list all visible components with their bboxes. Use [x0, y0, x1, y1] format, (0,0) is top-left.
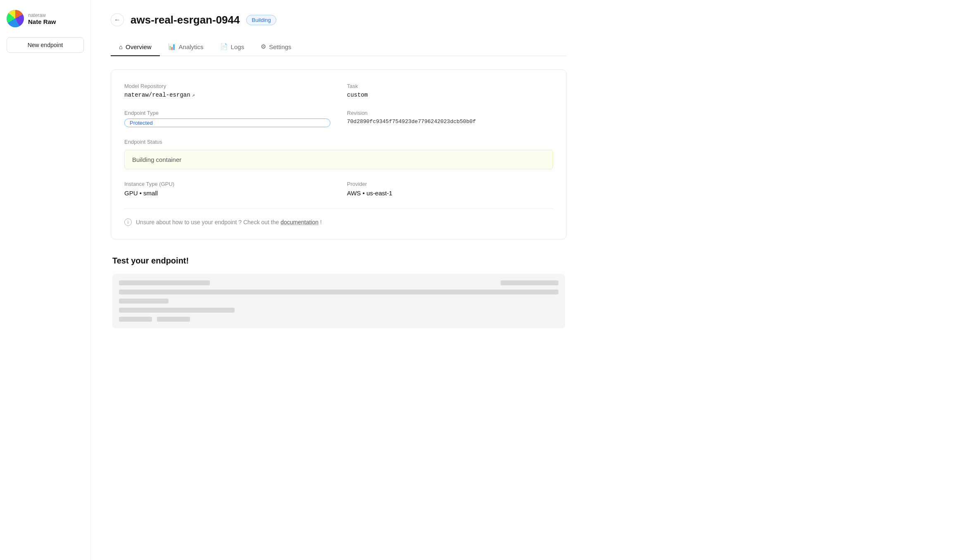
tab-analytics[interactable]: 📊 Analytics	[160, 38, 212, 56]
model-repository-item: Model Repository nateraw/real-esrgan ↗	[124, 83, 330, 98]
skeleton-4	[119, 299, 169, 304]
provider-value: AWS • us-east-1	[347, 190, 553, 197]
info-icon: i	[124, 218, 132, 226]
skeleton-3	[119, 289, 558, 294]
skeleton-btn-2	[157, 317, 190, 322]
settings-icon: ⚙	[261, 43, 266, 50]
page-title: aws-real-esrgan-0944	[131, 14, 240, 26]
tab-analytics-label: Analytics	[179, 43, 204, 50]
test-title: Test your endpoint!	[112, 256, 565, 266]
info-footer: i Unsure about how to use your endpoint …	[124, 208, 553, 226]
endpoint-status-value: Building container	[132, 156, 181, 163]
overview-icon: ⌂	[119, 43, 123, 50]
endpoint-status-item: Endpoint Status Building container	[124, 139, 553, 169]
skeleton-2	[501, 280, 558, 285]
skeleton-top-row	[119, 280, 558, 285]
task-item: Task custom	[347, 83, 553, 98]
back-button[interactable]: ←	[111, 13, 124, 26]
status-badge: Building	[246, 15, 276, 25]
documentation-link[interactable]: documentation	[280, 219, 318, 225]
back-icon: ←	[114, 16, 121, 24]
endpoint-status-box: Building container	[124, 150, 553, 169]
page-header: ← aws-real-esrgan-0944 Building	[111, 13, 567, 26]
username-large: Nate Raw	[28, 18, 56, 25]
task-label: Task	[347, 83, 553, 89]
test-input-area	[112, 274, 565, 328]
model-repository-value: nateraw/real-esrgan ↗	[124, 92, 330, 98]
tab-overview[interactable]: ⌂ Overview	[111, 38, 160, 56]
logs-icon: 📄	[220, 43, 228, 50]
revision-label: Revision	[347, 110, 553, 116]
external-link-icon[interactable]: ↗	[192, 92, 195, 98]
model-repository-label: Model Repository	[124, 83, 330, 89]
username-small: nateraw	[28, 12, 56, 18]
instance-type-item: Instance Type (GPU) GPU • small	[124, 181, 330, 197]
tab-overview-label: Overview	[126, 43, 152, 50]
main-content: ← aws-real-esrgan-0944 Building ⌂ Overvi…	[91, 0, 587, 560]
new-endpoint-button[interactable]: New endpoint	[7, 37, 84, 53]
revision-item: Revision 70d2890fc9345f754923de779624202…	[347, 110, 553, 127]
tab-logs-label: Logs	[231, 43, 245, 50]
skeleton-btn-1	[119, 317, 152, 322]
avatar	[7, 10, 24, 27]
test-section: Test your endpoint!	[111, 256, 567, 328]
skeleton-buttons	[119, 317, 558, 322]
endpoint-status-label: Endpoint Status	[124, 139, 553, 145]
overview-card: Model Repository nateraw/real-esrgan ↗ T…	[111, 69, 567, 240]
provider-label: Provider	[347, 181, 553, 187]
skeleton-1	[119, 280, 210, 285]
endpoint-type-label: Endpoint Type	[124, 110, 330, 116]
tab-logs[interactable]: 📄 Logs	[212, 38, 253, 56]
instance-type-label: Instance Type (GPU)	[124, 181, 330, 187]
info-text: Unsure about how to use your endpoint ? …	[136, 219, 322, 225]
sidebar: nateraw Nate Raw New endpoint	[0, 0, 91, 560]
instance-type-value: GPU • small	[124, 190, 330, 197]
tab-settings-label: Settings	[269, 43, 291, 50]
endpoint-type-badge: Protected	[124, 119, 330, 127]
user-section: nateraw Nate Raw	[7, 10, 84, 27]
analytics-icon: 📊	[168, 43, 176, 50]
tabs-nav: ⌂ Overview 📊 Analytics 📄 Logs ⚙ Settings	[111, 38, 567, 56]
skeleton-5	[119, 308, 235, 313]
info-grid: Model Repository nateraw/real-esrgan ↗ T…	[124, 83, 553, 197]
task-value: custom	[347, 92, 553, 98]
provider-item: Provider AWS • us-east-1	[347, 181, 553, 197]
endpoint-type-item: Endpoint Type Protected	[124, 110, 330, 127]
repo-name: nateraw/real-esrgan	[124, 92, 190, 98]
user-info: nateraw Nate Raw	[28, 12, 56, 25]
revision-value: 70d2890fc9345f754923de7796242023dcb50b0f	[347, 119, 553, 125]
tab-settings[interactable]: ⚙ Settings	[252, 38, 299, 56]
